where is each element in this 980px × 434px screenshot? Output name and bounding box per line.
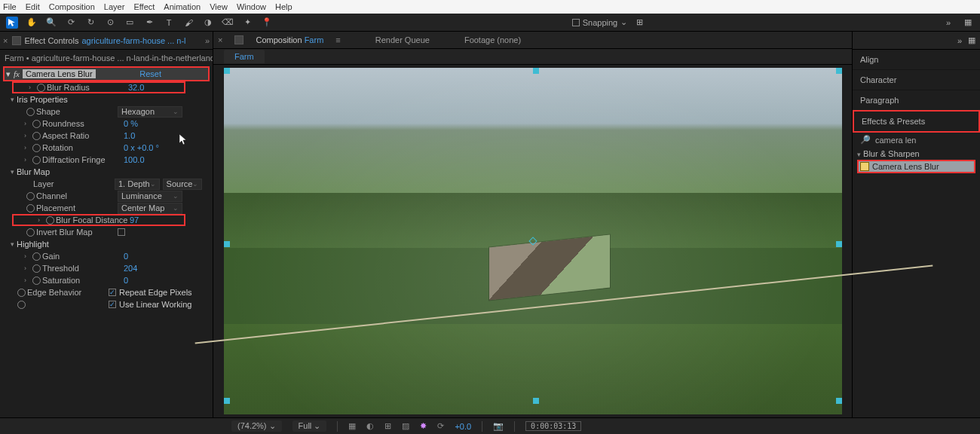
rotation-value[interactable]: 0 x +0.0 ° — [124, 143, 159, 152]
stopwatch-icon[interactable] — [32, 119, 41, 128]
stopwatch-icon[interactable] — [26, 107, 35, 116]
panel-menu-icon[interactable]: ≡ — [335, 35, 340, 44]
expand-panels-icon[interactable]: » — [957, 36, 962, 45]
stopwatch-icon[interactable] — [17, 300, 26, 309]
bbox-handle-icon[interactable] — [224, 241, 230, 247]
eraser-tool-icon[interactable]: ⌫ — [222, 17, 234, 29]
workspace-chevron-icon[interactable]: » — [942, 17, 954, 29]
bbox-handle-icon[interactable] — [836, 68, 842, 74]
bbox-handle-icon[interactable] — [224, 398, 230, 404]
composition-viewer[interactable] — [213, 65, 852, 417]
puppet-tool-icon[interactable]: 📍 — [261, 17, 273, 29]
panel-grid-icon[interactable]: ▦ — [968, 35, 975, 45]
rotate-tool-icon[interactable]: ↻ — [84, 17, 96, 29]
orbit-tool-icon[interactable]: ⟳ — [65, 17, 77, 29]
menu-file[interactable]: File — [3, 2, 17, 11]
grid-icon[interactable]: ▦ — [348, 421, 356, 431]
color-management-icon[interactable]: ✸ — [420, 421, 427, 431]
selection-tool-icon[interactable] — [6, 17, 18, 29]
rectangle-tool-icon[interactable]: ▭ — [124, 17, 136, 29]
brush-tool-icon[interactable]: 🖌 — [182, 17, 194, 29]
linear-working-checkbox[interactable] — [109, 301, 116, 308]
menu-effect[interactable]: Effect — [133, 2, 155, 11]
diffraction-value[interactable]: 100.0 — [124, 155, 145, 164]
threshold-value[interactable]: 204 — [124, 264, 137, 273]
shape-dropdown[interactable]: Hexagon⌄ — [118, 106, 182, 118]
stopwatch-icon[interactable] — [32, 276, 41, 285]
stopwatch-icon[interactable] — [26, 228, 35, 237]
layer-dropdown[interactable]: 1. Depth⌄ — [115, 179, 160, 190]
bbox-handle-icon[interactable] — [836, 241, 842, 247]
transparency-toggle-icon[interactable]: ▨ — [402, 421, 409, 431]
zoom-dropdown[interactable]: (74.2%) ⌄ — [231, 420, 282, 432]
highlight-header[interactable]: Highlight — [17, 240, 98, 249]
effects-presets-panel-toggle[interactable]: Effects & Presets — [853, 110, 980, 133]
snapping-extra-icon[interactable]: ⊞ — [636, 17, 643, 27]
menu-edit[interactable]: Edit — [26, 2, 40, 11]
close-panel-icon[interactable]: × — [3, 36, 8, 45]
stopwatch-icon[interactable] — [32, 131, 41, 140]
paragraph-panel-toggle[interactable]: Paragraph — [853, 90, 980, 111]
layer-source-dropdown[interactable]: Source⌄ — [163, 179, 203, 190]
twirl-down-icon[interactable]: ▾ — [857, 151, 861, 158]
roundness-value[interactable]: 0 % — [124, 119, 138, 128]
pen-tool-icon[interactable]: ✒ — [143, 17, 155, 29]
menu-help[interactable]: Help — [275, 2, 292, 11]
effect-header[interactable]: ▾ fx Camera Lens Blur Reset — [3, 66, 210, 81]
blur-radius-value[interactable]: 32.0 — [128, 83, 144, 92]
composition-name-link[interactable]: Farm — [305, 35, 324, 44]
zoom-tool-icon[interactable]: 🔍 — [45, 17, 57, 29]
comp-tab[interactable]: Farm — [224, 50, 265, 63]
fx-badge-icon[interactable]: fx — [14, 69, 20, 78]
menu-window[interactable]: Window — [237, 2, 266, 11]
hand-tool-icon[interactable]: ✋ — [26, 17, 38, 29]
bbox-handle-icon[interactable] — [533, 398, 539, 404]
stopwatch-icon[interactable] — [17, 288, 26, 297]
panel-overflow-icon[interactable]: » — [205, 36, 210, 45]
snapshot-icon[interactable]: 📷 — [493, 421, 504, 431]
footage-tab[interactable]: Footage (none) — [464, 35, 521, 44]
resolution-dropdown[interactable]: Full ⌄ — [292, 420, 327, 432]
saturation-value[interactable]: 0 — [124, 276, 128, 285]
aspect-ratio-value[interactable]: 1.0 — [124, 131, 135, 140]
focal-distance-value[interactable]: 97 — [130, 215, 139, 225]
render-queue-tab[interactable]: Render Queue — [375, 35, 430, 44]
clone-tool-icon[interactable]: ◑ — [202, 17, 214, 29]
effect-controls-layer-link[interactable]: agriculture-farm-house ... n-l — [81, 36, 185, 45]
align-panel-toggle[interactable]: Align — [853, 50, 980, 70]
stopwatch-icon[interactable] — [32, 264, 41, 273]
iris-properties-header[interactable]: Iris Properties — [17, 95, 98, 104]
bbox-handle-icon[interactable] — [836, 398, 842, 404]
stopwatch-icon[interactable] — [32, 252, 41, 261]
blur-map-header[interactable]: Blur Map — [17, 167, 98, 176]
menu-animation[interactable]: Animation — [164, 2, 201, 11]
close-panel-icon[interactable]: × — [218, 35, 222, 44]
channel-dropdown[interactable]: Luminance⌄ — [118, 191, 182, 202]
effects-search-input[interactable]: camera len — [875, 136, 916, 145]
exposure-value[interactable]: +0.0 — [455, 422, 471, 431]
invert-blur-map-checkbox[interactable] — [118, 228, 125, 236]
timecode-display[interactable]: 0:00:03:13 — [525, 421, 581, 431]
mask-toggle-icon[interactable]: ◐ — [366, 421, 374, 431]
character-panel-toggle[interactable]: Character — [853, 70, 980, 90]
type-tool-icon[interactable]: T — [163, 17, 175, 29]
channel-view-icon[interactable]: ⊞ — [384, 421, 391, 431]
stopwatch-icon[interactable] — [26, 191, 35, 200]
reset-button[interactable]: Reset — [139, 69, 161, 78]
effects-category-label[interactable]: Blur & Sharpen — [863, 149, 920, 158]
menu-layer[interactable]: Layer — [104, 2, 125, 11]
twirl-down-icon[interactable]: ▾ — [6, 69, 11, 79]
workspace-switcher-icon[interactable]: ▦ — [962, 17, 974, 29]
roto-tool-icon[interactable]: ✦ — [241, 17, 253, 29]
bbox-handle-icon[interactable] — [224, 68, 230, 74]
stopwatch-icon[interactable] — [36, 83, 45, 92]
stopwatch-icon[interactable] — [32, 155, 41, 164]
twirl-right-icon[interactable]: › — [29, 84, 35, 91]
menu-view[interactable]: View — [210, 2, 228, 11]
pan-behind-tool-icon[interactable]: ⊙ — [104, 17, 116, 29]
composition-tab-label[interactable]: Composition — [256, 35, 302, 44]
snapping-toggle[interactable]: Snapping ⌄ ⊞ — [572, 17, 644, 27]
placement-dropdown[interactable]: Center Map⌄ — [118, 203, 182, 214]
bbox-handle-icon[interactable] — [533, 68, 539, 74]
menu-composition[interactable]: Composition — [49, 2, 95, 11]
